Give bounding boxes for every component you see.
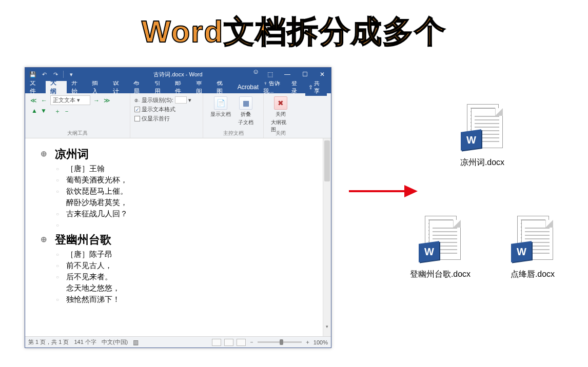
show-level-label: 显示级别(S): <box>142 97 173 103</box>
poem2-line: 后不见来者。 <box>66 272 316 282</box>
tab-review[interactable]: 审阅 <box>191 81 212 93</box>
poem2-line: 独怆然而涕下！ <box>66 295 316 304</box>
group-label-master-doc: 主控文档 <box>203 130 263 137</box>
view-read-icon[interactable] <box>212 339 221 346</box>
word-file-icon: W <box>459 104 506 155</box>
status-bar: 第 1 页，共 1 页 141 个字 中文(中国) ▥ － ＋ 100% <box>25 336 331 348</box>
collapse-icon[interactable]: － <box>64 107 70 116</box>
poem2-title: 登幽州台歌 <box>55 232 316 248</box>
close-outline-button[interactable]: ✖ 关闭 大纲视图 <box>268 94 293 133</box>
tab-mailings[interactable]: 邮件 <box>170 81 191 93</box>
status-language[interactable]: 中文(中国) <box>102 338 128 346</box>
maximize-button[interactable]: ☐ <box>296 68 313 81</box>
zoom-value[interactable]: 100% <box>313 339 328 345</box>
poem1-line: 醉卧沙场君莫笑， <box>66 198 316 208</box>
collapse-subdoc-button[interactable]: ▦ 折叠 子文档 <box>235 94 257 126</box>
ribbon-options-icon[interactable]: ⬚ <box>261 68 279 81</box>
tab-design[interactable]: 设计 <box>108 81 129 93</box>
tab-file[interactable]: 文件 <box>25 81 46 93</box>
tab-acrobat[interactable]: Acrobat <box>233 81 263 93</box>
demote-icon[interactable]: → <box>92 97 101 104</box>
vertical-scrollbar[interactable]: ▴ ▾ <box>323 138 331 336</box>
output-file-3[interactable]: W 点绛唇.docx <box>492 216 574 280</box>
titlebar: 💾 ↶ ↷ ▾ 古诗词.docx - Word ☺ ⬚ — ☐ ✕ <box>25 68 331 81</box>
status-word-count[interactable]: 141 个字 <box>74 338 96 346</box>
tab-references[interactable]: 引用 <box>150 81 170 93</box>
close-outline-icon: ✖ <box>274 96 287 110</box>
share-label: 共享 <box>314 79 324 95</box>
file1-label: 凉州词.docx <box>441 157 523 168</box>
status-page[interactable]: 第 1 页，共 1 页 <box>28 338 69 346</box>
ribbon-group-master-doc: 📄 显示文档 ▦ 折叠 子文档 主控文档 <box>203 93 264 138</box>
poem2-line: 念天地之悠悠， <box>66 283 316 293</box>
promote-to-heading1-icon[interactable]: ≪ <box>29 97 38 104</box>
file3-label: 点绛唇.docx <box>492 269 574 280</box>
scrollbar-thumb[interactable] <box>324 140 330 181</box>
show-document-button[interactable]: 📄 显示文档 <box>207 94 234 126</box>
output-file-2[interactable]: W 登幽州台歌.docx <box>399 216 481 280</box>
word-window: 💾 ↶ ↷ ▾ 古诗词.docx - Word ☺ ⬚ — ☐ ✕ 文件 大纲 … <box>25 67 331 348</box>
move-down-icon[interactable]: ▼ <box>41 107 47 116</box>
feedback-icon[interactable]: ☺ <box>252 68 259 81</box>
outline-level-value: 正文文本 <box>53 97 75 103</box>
group-label-outline-tools: 大纲工具 <box>25 130 130 137</box>
promote-icon[interactable]: ← <box>40 97 48 104</box>
zoom-slider[interactable] <box>258 341 302 343</box>
svg-marker-1 <box>404 185 418 197</box>
ribbon: ≪ ← 正文文本 ▾ → ≫ ▲ ▼ ＋ － 大纲工具 ⦿₋ 显示级别(S): <box>25 93 331 138</box>
tab-view[interactable]: 视图 <box>212 81 232 93</box>
tab-home[interactable]: 开始 <box>67 81 87 93</box>
chk-show-format[interactable]: ✓显示文本格式 <box>134 106 199 113</box>
tell-me-label: 告诉我... <box>263 80 280 94</box>
show-level-row[interactable]: ⦿₋ 显示级别(S): ▾ <box>134 96 199 104</box>
expand-icon[interactable]: ＋ <box>54 107 61 116</box>
ribbon-group-outline-tools: ≪ ← 正文文本 ▾ → ≫ ▲ ▼ ＋ － 大纲工具 <box>25 93 130 138</box>
status-extra-icon[interactable]: ▥ <box>133 339 139 346</box>
demote-to-body-icon[interactable]: ≫ <box>103 97 111 104</box>
poem1-line: 欲饮琵琶马上催。 <box>66 187 316 196</box>
arrow-icon <box>347 181 419 201</box>
blank-line <box>66 220 316 229</box>
collapse-subdoc-icon: ▦ <box>239 96 252 110</box>
poem2-line: 前不见古人， <box>66 261 316 271</box>
zoom-out-icon[interactable]: － <box>249 338 254 346</box>
close-button[interactable]: ✕ <box>313 68 331 81</box>
tell-me[interactable]: ♀ 告诉我... <box>263 79 288 95</box>
output-file-1[interactable]: W 凉州词.docx <box>441 104 523 168</box>
signin-link[interactable]: 登录 <box>291 79 302 95</box>
share-button[interactable]: ⇪ 共享 <box>305 78 327 96</box>
scroll-down-icon[interactable]: ▾ <box>323 324 331 329</box>
poem2-line: ［唐］陈子昂 <box>66 250 316 259</box>
outline-level-select[interactable]: 正文文本 ▾ <box>50 95 90 105</box>
document-area[interactable]: 凉州词 ［唐］王翰 葡萄美酒夜光杯， 欲饮琵琶马上催。 醉卧沙场君莫笑， 古来征… <box>25 138 331 336</box>
minimize-button[interactable]: — <box>279 68 296 81</box>
show-document-icon: 📄 <box>214 96 227 110</box>
collapse-sub-label: 子文档 <box>238 119 253 126</box>
view-print-icon[interactable] <box>224 339 233 346</box>
page-headline: Word文档拆分成多个 <box>0 0 588 53</box>
poem1-title: 凉州词 <box>55 147 316 162</box>
move-up-icon[interactable]: ▲ <box>31 107 37 116</box>
tab-layout[interactable]: 布局 <box>129 81 149 93</box>
save-icon[interactable]: 💾 <box>29 71 36 78</box>
chk-first-line[interactable]: 仅显示首行 <box>134 115 199 123</box>
redo-icon[interactable]: ↷ <box>52 71 59 78</box>
poem1-line: ［唐］王翰 <box>66 164 316 174</box>
poem1-line: 葡萄美酒夜光杯， <box>66 175 316 185</box>
collapse-label: 折叠 <box>241 111 251 118</box>
poem1-line: 古来征战几人回？ <box>66 209 316 219</box>
group-label-close: 关闭 <box>264 130 298 137</box>
ribbon-group-show: ⦿₋ 显示级别(S): ▾ ✓显示文本格式 仅显示首行 <box>130 93 203 138</box>
chk-first-line-label: 仅显示首行 <box>142 115 170 123</box>
file2-label: 登幽州台歌.docx <box>399 269 481 280</box>
view-web-icon[interactable] <box>237 339 246 346</box>
close-outline-label: 关闭 <box>276 111 286 118</box>
zoom-in-icon[interactable]: ＋ <box>305 338 310 346</box>
chk-show-format-label: 显示文本格式 <box>142 106 175 113</box>
undo-icon[interactable]: ↶ <box>41 71 48 78</box>
ribbon-group-close: ✖ 关闭 大纲视图 关闭 <box>264 93 298 138</box>
tab-outline[interactable]: 大纲 <box>46 81 66 93</box>
tab-insert[interactable]: 插入 <box>87 81 108 93</box>
ribbon-tabstrip: 文件 大纲 开始 插入 设计 布局 引用 邮件 审阅 视图 Acrobat ♀ … <box>25 81 331 93</box>
qat-customize-icon[interactable]: ▾ <box>68 71 75 78</box>
